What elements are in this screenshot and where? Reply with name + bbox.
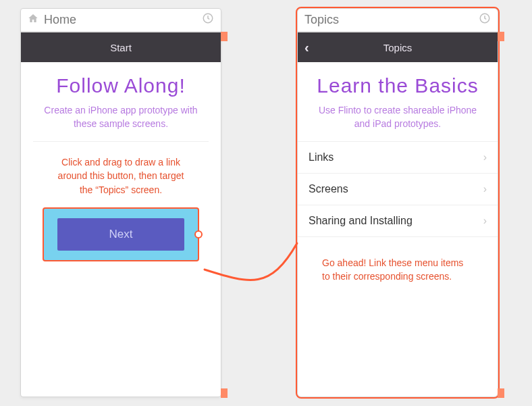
home-icon	[28, 13, 38, 27]
link-handle[interactable]	[194, 230, 203, 238]
flag-icon[interactable]	[221, 388, 228, 398]
link-selection[interactable]: Next	[43, 207, 199, 261]
list-item[interactable]: Screens ›	[298, 173, 498, 205]
device-home: Start Follow Along! Create an iPhone app…	[21, 32, 221, 286]
back-icon[interactable]: ‹	[304, 40, 309, 55]
flag-icon[interactable]	[221, 32, 228, 41]
clock-icon[interactable]	[202, 12, 214, 28]
topics-subtitle: Use Flinto to create shareable iPhone an…	[315, 104, 480, 130]
flag-icon[interactable]	[498, 32, 504, 41]
screen-topics[interactable]: Topics ‹ Topics Learn the Basics Use Fli…	[297, 8, 498, 397]
navbar-topics: ‹ Topics	[298, 32, 498, 62]
screen-topics-title: Topics	[304, 13, 339, 27]
screen-home-title: Home	[44, 13, 76, 27]
home-subtitle: Create an iPhone app prototype with thes…	[38, 104, 203, 130]
topics-hint: Go ahead! Link these menu items to their…	[322, 256, 473, 284]
list-item-label: Screens	[309, 183, 348, 195]
topics-heading: Learn the Basics	[307, 74, 488, 97]
list-item-label: Links	[309, 151, 334, 163]
flag-icon[interactable]	[498, 388, 504, 398]
next-button[interactable]: Next	[57, 218, 184, 251]
navbar-title: Topics	[383, 42, 413, 53]
home-heading: Follow Along!	[30, 74, 211, 97]
screen-home-titlebar: Home	[21, 9, 221, 32]
list-item[interactable]: Links ›	[298, 141, 498, 173]
chevron-right-icon: ›	[483, 151, 487, 163]
screen-home[interactable]: Home Start Follow Along! Create an iPhon…	[20, 8, 221, 397]
navbar-title: Start	[110, 42, 132, 53]
home-hint: Click and drag to draw a link around thi…	[51, 155, 191, 197]
screen-topics-titlebar: Topics	[298, 9, 498, 32]
list-item[interactable]: Sharing and Installing ›	[298, 205, 498, 237]
topics-list: Links › Screens › Sharing and Installing…	[298, 141, 498, 237]
list-item-label: Sharing and Installing	[309, 215, 413, 227]
chevron-right-icon: ›	[483, 183, 487, 195]
clock-icon[interactable]	[479, 12, 491, 28]
chevron-right-icon: ›	[483, 215, 487, 227]
navbar-home: Start	[21, 32, 221, 62]
device-topics: ‹ Topics Learn the Basics Use Flinto to …	[298, 32, 498, 284]
